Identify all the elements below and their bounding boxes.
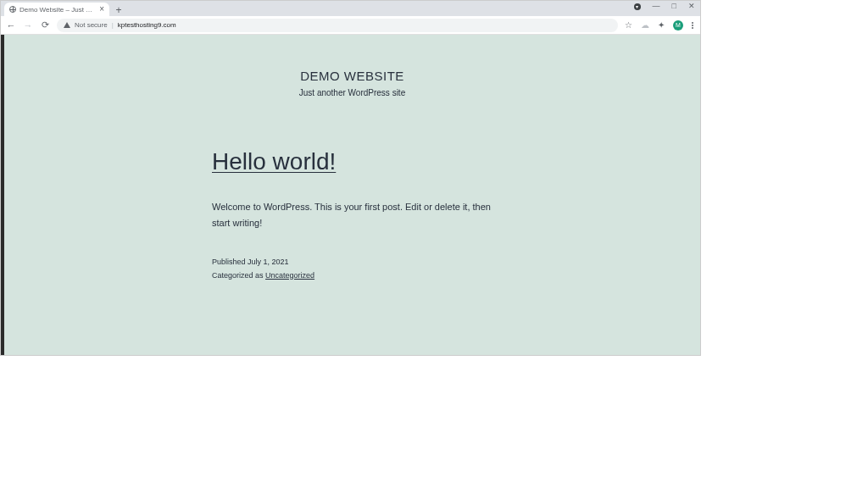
browser-window: Demo Website – Just another Wo × + ▾ — □… bbox=[0, 0, 701, 356]
viewport: DEMO WEBSITE Just another WordPress site… bbox=[1, 35, 700, 355]
reload-button[interactable]: ⟳ bbox=[40, 19, 50, 30]
site-header: DEMO WEBSITE Just another WordPress site bbox=[4, 35, 700, 97]
kebab-menu-icon[interactable] bbox=[692, 22, 693, 29]
maximize-button[interactable]: □ bbox=[672, 3, 676, 10]
cloud-icon[interactable]: ☁ bbox=[641, 20, 649, 30]
page-content: DEMO WEBSITE Just another WordPress site… bbox=[4, 35, 700, 355]
post-meta: Published July 1, 2021 Categorized as Un… bbox=[212, 256, 500, 282]
tab-search-icon[interactable]: ▾ bbox=[634, 3, 641, 10]
post-body: Welcome to WordPress. This is your first… bbox=[212, 199, 500, 230]
close-tab-icon[interactable]: × bbox=[99, 5, 104, 14]
security-status: Not secure bbox=[75, 21, 108, 29]
category-link[interactable]: Uncategorized bbox=[265, 271, 314, 280]
published-label: Published bbox=[212, 258, 248, 266]
tab-strip: Demo Website – Just another Wo × + bbox=[1, 1, 125, 16]
back-button[interactable]: ← bbox=[6, 20, 16, 30]
profile-avatar[interactable]: M bbox=[673, 20, 683, 30]
published-line: Published July 1, 2021 bbox=[212, 256, 500, 269]
forward-button[interactable]: → bbox=[23, 20, 33, 30]
published-date: July 1, 2021 bbox=[248, 258, 289, 266]
toolbar-right: ☆ ☁ ✦ M bbox=[625, 20, 695, 30]
post-title-link[interactable]: Hello world! bbox=[212, 148, 500, 175]
site-title[interactable]: DEMO WEBSITE bbox=[4, 69, 700, 83]
new-tab-button[interactable]: + bbox=[113, 4, 125, 16]
extensions-icon[interactable]: ✦ bbox=[658, 20, 665, 30]
bookmark-star-icon[interactable]: ☆ bbox=[625, 20, 632, 30]
close-window-button[interactable]: ✕ bbox=[688, 3, 695, 10]
categorized-label: Categorized as bbox=[212, 271, 265, 280]
url-text: kptesthosting9.com bbox=[118, 21, 176, 29]
warning-icon bbox=[64, 22, 70, 28]
post: Hello world! Welcome to WordPress. This … bbox=[212, 148, 500, 282]
window-controls: ▾ — □ ✕ bbox=[634, 3, 695, 10]
toolbar: ← → ⟳ Not secure | kptesthosting9.com ☆ … bbox=[1, 16, 700, 35]
titlebar: Demo Website – Just another Wo × + ▾ — □… bbox=[1, 1, 700, 16]
minimize-button[interactable]: — bbox=[653, 3, 660, 10]
address-bar[interactable]: Not secure | kptesthosting9.com bbox=[57, 19, 618, 32]
globe-icon bbox=[9, 6, 16, 13]
tab-title: Demo Website – Just another Wo bbox=[19, 6, 96, 14]
addr-divider: | bbox=[112, 21, 114, 29]
browser-tab[interactable]: Demo Website – Just another Wo × bbox=[4, 3, 109, 16]
categorized-line: Categorized as Uncategorized bbox=[212, 269, 500, 282]
site-tagline: Just another WordPress site bbox=[4, 88, 700, 97]
